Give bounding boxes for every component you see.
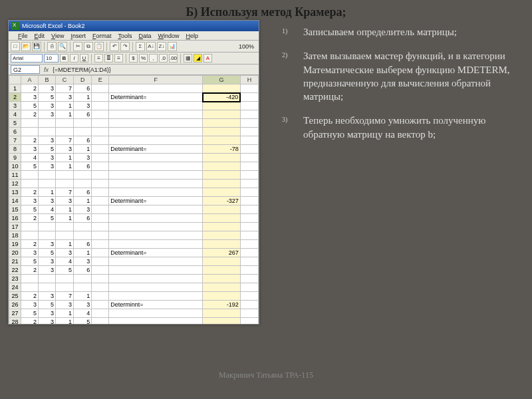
row-header[interactable]: 24 xyxy=(9,283,21,292)
row-header[interactable]: 9 xyxy=(9,154,21,162)
cell[interactable] xyxy=(240,128,258,136)
cell[interactable] xyxy=(38,180,55,188)
cell[interactable] xyxy=(92,257,109,266)
cell[interactable]: 1 xyxy=(55,318,73,325)
cell[interactable] xyxy=(92,275,109,283)
row-header[interactable]: 18 xyxy=(9,231,21,240)
cell[interactable] xyxy=(109,162,203,171)
cell[interactable] xyxy=(92,102,109,110)
row-header[interactable]: 13 xyxy=(9,188,21,197)
row-header[interactable]: 20 xyxy=(9,249,21,257)
row-header[interactable]: 21 xyxy=(9,257,21,266)
cell[interactable]: 2 xyxy=(21,292,39,301)
cell[interactable]: 3 xyxy=(38,162,55,171)
cell[interactable] xyxy=(38,231,55,240)
cell[interactable] xyxy=(203,205,241,214)
cell[interactable] xyxy=(74,283,92,292)
cell[interactable]: 4 xyxy=(55,257,73,266)
sort-desc-icon[interactable]: Z↓ xyxy=(157,42,166,51)
cell[interactable]: 2 xyxy=(21,214,39,223)
cell[interactable] xyxy=(109,292,203,301)
row-header[interactable]: 19 xyxy=(9,240,21,249)
cell[interactable] xyxy=(240,197,258,205)
cell[interactable] xyxy=(55,128,73,136)
row-header[interactable]: 1 xyxy=(9,84,21,93)
cell[interactable] xyxy=(240,292,258,301)
row-header[interactable]: 4 xyxy=(9,110,21,119)
cell[interactable] xyxy=(240,283,258,292)
cell[interactable] xyxy=(92,197,109,205)
cell[interactable]: 3 xyxy=(74,301,92,309)
cell[interactable]: 2 xyxy=(21,84,39,93)
currency-icon[interactable]: $ xyxy=(129,54,138,63)
cell[interactable]: 4 xyxy=(21,154,39,162)
cell[interactable] xyxy=(203,119,241,128)
cell[interactable] xyxy=(240,154,258,162)
cell[interactable] xyxy=(109,257,203,266)
cell[interactable] xyxy=(21,231,39,240)
fontsize-selector[interactable]: 10 xyxy=(44,54,59,63)
cell[interactable] xyxy=(240,275,258,283)
cell[interactable]: 3 xyxy=(55,145,73,154)
cell[interactable]: -327 xyxy=(203,197,241,205)
cell[interactable] xyxy=(203,283,241,292)
cell[interactable]: 1 xyxy=(55,214,73,223)
cell[interactable]: 5 xyxy=(38,214,55,223)
cell[interactable] xyxy=(203,240,241,249)
cell[interactable] xyxy=(74,128,92,136)
paste-icon[interactable]: 📋 xyxy=(94,42,104,51)
col-header-G[interactable]: G xyxy=(203,76,241,84)
cell[interactable] xyxy=(38,283,55,292)
cell[interactable] xyxy=(240,136,258,145)
cell[interactable] xyxy=(92,110,109,119)
cell[interactable] xyxy=(240,180,258,188)
cell[interactable] xyxy=(203,162,241,171)
cell[interactable] xyxy=(109,223,203,231)
cell[interactable]: 3 xyxy=(38,84,55,93)
cell[interactable]: Determinant= xyxy=(109,93,203,102)
col-header-B[interactable]: B xyxy=(38,76,55,84)
row-header[interactable]: 15 xyxy=(9,205,21,214)
cell[interactable]: 1 xyxy=(74,145,92,154)
cell[interactable]: 1 xyxy=(38,188,55,197)
cell[interactable] xyxy=(203,102,241,110)
cell[interactable]: 2 xyxy=(21,266,39,275)
cell[interactable]: 6 xyxy=(74,110,92,119)
cell[interactable]: 6 xyxy=(74,84,92,93)
cell[interactable] xyxy=(74,275,92,283)
row-header[interactable]: 22 xyxy=(9,266,21,275)
cell[interactable]: 3 xyxy=(38,292,55,301)
cell[interactable]: 7 xyxy=(55,136,73,145)
cell[interactable] xyxy=(92,188,109,197)
menu-tools[interactable]: Tools xyxy=(118,33,132,39)
row-header[interactable]: 23 xyxy=(9,275,21,283)
cell[interactable]: 3 xyxy=(74,205,92,214)
row-header[interactable]: 28 xyxy=(9,318,21,325)
cell[interactable] xyxy=(109,188,203,197)
menu-file[interactable]: File xyxy=(18,33,28,39)
cell[interactable] xyxy=(240,223,258,231)
cell[interactable] xyxy=(109,84,203,93)
cell[interactable] xyxy=(240,93,258,102)
cell[interactable] xyxy=(203,128,241,136)
cell[interactable]: 6 xyxy=(74,162,92,171)
cell[interactable] xyxy=(92,93,109,102)
menu-help[interactable]: Help xyxy=(186,33,199,39)
cell[interactable]: -192 xyxy=(203,301,241,309)
row-header[interactable]: 7 xyxy=(9,136,21,145)
cell[interactable]: 3 xyxy=(21,93,39,102)
cell[interactable]: 3 xyxy=(38,266,55,275)
cell[interactable] xyxy=(92,214,109,223)
cell[interactable] xyxy=(21,128,39,136)
cell[interactable] xyxy=(109,240,203,249)
cell[interactable]: 3 xyxy=(38,102,55,110)
col-header-A[interactable]: A xyxy=(21,76,39,84)
corner-cell[interactable] xyxy=(9,76,21,84)
cell[interactable]: 7 xyxy=(55,188,73,197)
cell[interactable] xyxy=(203,171,241,180)
cell[interactable]: 3 xyxy=(38,136,55,145)
cell[interactable]: 6 xyxy=(74,136,92,145)
cell[interactable] xyxy=(203,136,241,145)
cell[interactable]: 1 xyxy=(55,102,73,110)
cell[interactable]: 3 xyxy=(38,240,55,249)
